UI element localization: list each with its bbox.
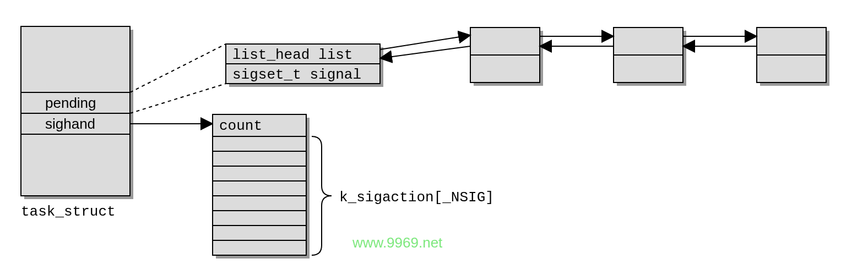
svg-line-17 — [380, 35, 470, 50]
list-head-field: list_head list — [232, 47, 352, 63]
svg-line-18 — [380, 46, 470, 58]
watermark: www.9969.net — [352, 234, 443, 251]
sighand-struct-box: count — [213, 114, 310, 258]
brace-icon — [312, 136, 332, 255]
list-node-2 — [614, 28, 686, 86]
task-struct-label: task_struct — [21, 204, 116, 220]
svg-rect-1 — [21, 26, 130, 196]
pending-field: pending — [45, 95, 96, 111]
callout-line-top — [130, 44, 226, 92]
count-field: count — [219, 118, 262, 134]
k-sigaction-label: k_sigaction[_NSIG] — [339, 189, 494, 206]
link-node2-to-node3 — [683, 36, 757, 46]
pending-struct-box: list_head list sigset_t signal — [226, 44, 383, 87]
sigset-field: sigset_t signal — [232, 67, 361, 83]
callout-line-bottom — [130, 84, 226, 113]
list-node-1 — [470, 28, 543, 86]
list-node-3 — [757, 28, 829, 86]
link-node1-to-node2 — [540, 36, 614, 46]
sighand-field: sighand — [45, 116, 95, 132]
task-struct-box: pending sighand — [21, 26, 133, 199]
link-pending-to-node1 — [380, 35, 470, 58]
